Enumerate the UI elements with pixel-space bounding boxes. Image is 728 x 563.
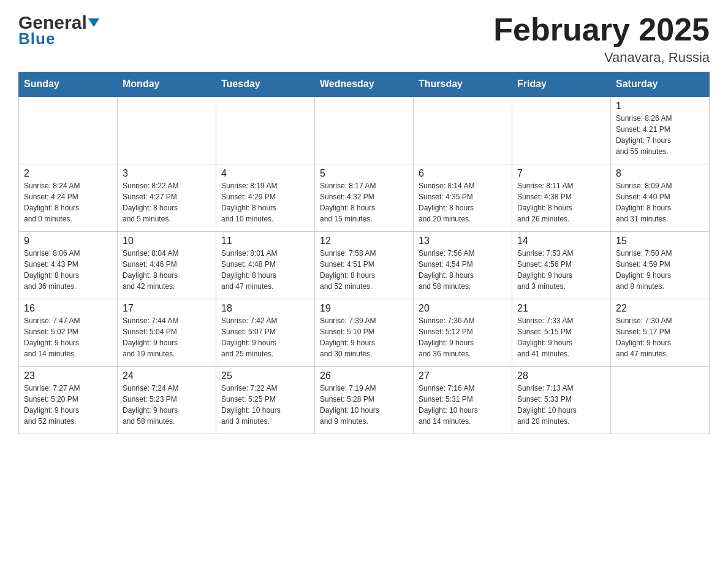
day-info: Sunrise: 7:33 AMSunset: 5:15 PMDaylight:… bbox=[517, 315, 605, 359]
day-info: Sunrise: 7:56 AMSunset: 4:54 PMDaylight:… bbox=[419, 248, 507, 292]
calendar-cell: 28Sunrise: 7:13 AMSunset: 5:33 PMDayligh… bbox=[512, 366, 611, 434]
calendar-table: SundayMondayTuesdayWednesdayThursdayFrid… bbox=[18, 72, 710, 434]
calendar-cell: 10Sunrise: 8:04 AMSunset: 4:46 PMDayligh… bbox=[118, 231, 216, 299]
calendar-cell: 25Sunrise: 7:22 AMSunset: 5:25 PMDayligh… bbox=[216, 366, 315, 434]
day-info: Sunrise: 7:42 AMSunset: 5:07 PMDaylight:… bbox=[221, 315, 309, 359]
day-number: 9 bbox=[24, 236, 112, 247]
logo-blue-text: Blue bbox=[18, 29, 55, 48]
day-info: Sunrise: 8:22 AMSunset: 4:27 PMDaylight:… bbox=[123, 180, 211, 224]
calendar-cell: 4Sunrise: 8:19 AMSunset: 4:29 PMDaylight… bbox=[216, 164, 315, 231]
weekday-header-thursday: Thursday bbox=[414, 72, 512, 97]
calendar-cell: 12Sunrise: 7:58 AMSunset: 4:51 PMDayligh… bbox=[315, 231, 414, 299]
calendar-cell: 9Sunrise: 8:06 AMSunset: 4:43 PMDaylight… bbox=[19, 231, 118, 299]
calendar-cell: 8Sunrise: 8:09 AMSunset: 4:40 PMDaylight… bbox=[611, 164, 710, 231]
day-info: Sunrise: 8:24 AMSunset: 4:24 PMDaylight:… bbox=[24, 180, 112, 224]
weekday-header-saturday: Saturday bbox=[611, 72, 710, 97]
calendar-cell: 7Sunrise: 8:11 AMSunset: 4:38 PMDaylight… bbox=[512, 164, 611, 231]
day-number: 6 bbox=[419, 168, 507, 179]
week-row-3: 9Sunrise: 8:06 AMSunset: 4:43 PMDaylight… bbox=[19, 231, 710, 299]
logo-arrow-icon bbox=[87, 16, 100, 29]
location: Vanavara, Russia bbox=[493, 50, 710, 66]
day-info: Sunrise: 8:19 AMSunset: 4:29 PMDaylight:… bbox=[221, 180, 309, 224]
day-info: Sunrise: 7:22 AMSunset: 5:25 PMDaylight:… bbox=[221, 383, 309, 427]
day-number: 26 bbox=[320, 370, 408, 381]
week-row-5: 23Sunrise: 7:27 AMSunset: 5:20 PMDayligh… bbox=[19, 366, 710, 434]
week-row-2: 2Sunrise: 8:24 AMSunset: 4:24 PMDaylight… bbox=[19, 164, 710, 231]
day-number: 25 bbox=[221, 370, 309, 381]
calendar-cell: 21Sunrise: 7:33 AMSunset: 5:15 PMDayligh… bbox=[512, 299, 611, 366]
calendar-cell: 14Sunrise: 7:53 AMSunset: 4:56 PMDayligh… bbox=[512, 231, 611, 299]
weekday-header-friday: Friday bbox=[512, 72, 611, 97]
day-number: 5 bbox=[320, 168, 408, 179]
calendar-cell bbox=[414, 96, 512, 164]
calendar-cell: 20Sunrise: 7:36 AMSunset: 5:12 PMDayligh… bbox=[414, 299, 512, 366]
day-info: Sunrise: 7:36 AMSunset: 5:12 PMDaylight:… bbox=[419, 315, 507, 359]
calendar-cell bbox=[315, 96, 414, 164]
calendar-cell bbox=[216, 96, 315, 164]
day-number: 15 bbox=[616, 236, 704, 247]
day-number: 10 bbox=[123, 236, 211, 247]
day-number: 2 bbox=[24, 168, 112, 179]
calendar-cell: 13Sunrise: 7:56 AMSunset: 4:54 PMDayligh… bbox=[414, 231, 512, 299]
day-info: Sunrise: 7:19 AMSunset: 5:28 PMDaylight:… bbox=[320, 383, 408, 427]
week-row-4: 16Sunrise: 7:47 AMSunset: 5:02 PMDayligh… bbox=[19, 299, 710, 366]
day-info: Sunrise: 8:04 AMSunset: 4:46 PMDaylight:… bbox=[123, 248, 211, 292]
calendar-cell: 17Sunrise: 7:44 AMSunset: 5:04 PMDayligh… bbox=[118, 299, 216, 366]
calendar-cell: 18Sunrise: 7:42 AMSunset: 5:07 PMDayligh… bbox=[216, 299, 315, 366]
day-number: 16 bbox=[24, 303, 112, 314]
day-number: 23 bbox=[24, 370, 112, 381]
weekday-header-row: SundayMondayTuesdayWednesdayThursdayFrid… bbox=[19, 72, 710, 97]
calendar-cell: 24Sunrise: 7:24 AMSunset: 5:23 PMDayligh… bbox=[118, 366, 216, 434]
weekday-header-wednesday: Wednesday bbox=[315, 72, 414, 97]
day-number: 22 bbox=[616, 303, 704, 314]
day-number: 28 bbox=[517, 370, 605, 381]
day-info: Sunrise: 7:39 AMSunset: 5:10 PMDaylight:… bbox=[320, 315, 408, 359]
day-number: 21 bbox=[517, 303, 605, 314]
calendar-cell: 5Sunrise: 8:17 AMSunset: 4:32 PMDaylight… bbox=[315, 164, 414, 231]
day-info: Sunrise: 7:44 AMSunset: 5:04 PMDaylight:… bbox=[123, 315, 211, 359]
calendar-cell: 3Sunrise: 8:22 AMSunset: 4:27 PMDaylight… bbox=[118, 164, 216, 231]
day-info: Sunrise: 7:24 AMSunset: 5:23 PMDaylight:… bbox=[123, 383, 211, 427]
day-number: 18 bbox=[221, 303, 309, 314]
day-info: Sunrise: 7:16 AMSunset: 5:31 PMDaylight:… bbox=[419, 383, 507, 427]
page-header: General Blue February 2025 Vanavara, Rus… bbox=[18, 12, 710, 66]
calendar-cell bbox=[512, 96, 611, 164]
day-info: Sunrise: 8:09 AMSunset: 4:40 PMDaylight:… bbox=[616, 180, 704, 224]
day-info: Sunrise: 8:17 AMSunset: 4:32 PMDaylight:… bbox=[320, 180, 408, 224]
day-info: Sunrise: 8:26 AMSunset: 4:21 PMDaylight:… bbox=[616, 113, 704, 157]
calendar-cell bbox=[118, 96, 216, 164]
day-info: Sunrise: 7:53 AMSunset: 4:56 PMDaylight:… bbox=[517, 248, 605, 292]
week-row-1: 1Sunrise: 8:26 AMSunset: 4:21 PMDaylight… bbox=[19, 96, 710, 164]
day-number: 13 bbox=[419, 236, 507, 247]
calendar-cell: 19Sunrise: 7:39 AMSunset: 5:10 PMDayligh… bbox=[315, 299, 414, 366]
day-info: Sunrise: 7:50 AMSunset: 4:59 PMDaylight:… bbox=[616, 248, 704, 292]
day-number: 4 bbox=[221, 168, 309, 179]
weekday-header-tuesday: Tuesday bbox=[216, 72, 315, 97]
day-number: 17 bbox=[123, 303, 211, 314]
calendar-cell: 11Sunrise: 8:01 AMSunset: 4:48 PMDayligh… bbox=[216, 231, 315, 299]
day-number: 11 bbox=[221, 236, 309, 247]
day-info: Sunrise: 7:30 AMSunset: 5:17 PMDaylight:… bbox=[616, 315, 704, 359]
calendar-cell: 26Sunrise: 7:19 AMSunset: 5:28 PMDayligh… bbox=[315, 366, 414, 434]
month-title: February 2025 bbox=[493, 12, 710, 47]
day-number: 8 bbox=[616, 168, 704, 179]
calendar-cell: 15Sunrise: 7:50 AMSunset: 4:59 PMDayligh… bbox=[611, 231, 710, 299]
calendar-cell: 23Sunrise: 7:27 AMSunset: 5:20 PMDayligh… bbox=[19, 366, 118, 434]
calendar-cell: 22Sunrise: 7:30 AMSunset: 5:17 PMDayligh… bbox=[611, 299, 710, 366]
svg-marker-0 bbox=[88, 18, 99, 27]
calendar-cell: 2Sunrise: 8:24 AMSunset: 4:24 PMDaylight… bbox=[19, 164, 118, 231]
day-info: Sunrise: 8:11 AMSunset: 4:38 PMDaylight:… bbox=[517, 180, 605, 224]
day-info: Sunrise: 8:06 AMSunset: 4:43 PMDaylight:… bbox=[24, 248, 112, 292]
calendar-cell bbox=[19, 96, 118, 164]
day-info: Sunrise: 8:01 AMSunset: 4:48 PMDaylight:… bbox=[221, 248, 309, 292]
title-section: February 2025 Vanavara, Russia bbox=[493, 12, 710, 66]
day-number: 27 bbox=[419, 370, 507, 381]
calendar-cell bbox=[611, 366, 710, 434]
calendar-cell: 6Sunrise: 8:14 AMSunset: 4:35 PMDaylight… bbox=[414, 164, 512, 231]
calendar-cell: 16Sunrise: 7:47 AMSunset: 5:02 PMDayligh… bbox=[19, 299, 118, 366]
day-number: 20 bbox=[419, 303, 507, 314]
weekday-header-sunday: Sunday bbox=[19, 72, 118, 97]
day-number: 1 bbox=[616, 101, 704, 112]
day-info: Sunrise: 7:27 AMSunset: 5:20 PMDaylight:… bbox=[24, 383, 112, 427]
day-info: Sunrise: 8:14 AMSunset: 4:35 PMDaylight:… bbox=[419, 180, 507, 224]
